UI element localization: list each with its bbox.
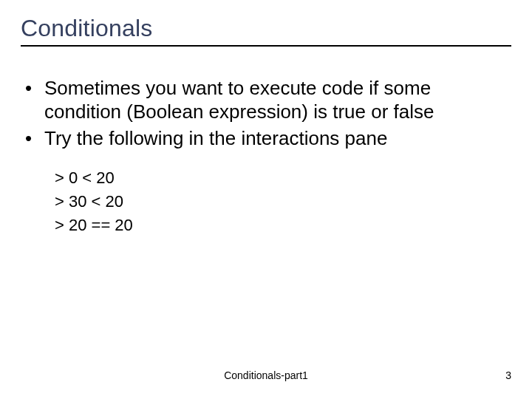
- code-line: > 20 == 20: [55, 214, 511, 237]
- bullet-dot-icon: •: [25, 126, 44, 150]
- footer: Conditionals-part1: [0, 369, 532, 381]
- slide-body: • Sometimes you want to execute code if …: [21, 76, 511, 237]
- page-number: 3: [505, 369, 511, 381]
- bullet-item: • Sometimes you want to execute code if …: [25, 76, 511, 123]
- slide-title: Conditionals: [21, 15, 511, 42]
- code-block: > 0 < 20 > 30 < 20 > 20 == 20: [25, 166, 511, 237]
- slide: Conditionals • Sometimes you want to exe…: [0, 0, 532, 399]
- code-line: > 30 < 20: [55, 190, 511, 214]
- bullet-text: Sometimes you want to execute code if so…: [44, 76, 511, 123]
- code-line: > 0 < 20: [55, 166, 511, 190]
- bullet-text: Try the following in the interactions pa…: [44, 126, 387, 150]
- title-underline: Conditionals: [21, 15, 511, 47]
- footer-text: Conditionals-part1: [224, 369, 308, 381]
- bullet-item: • Try the following in the interactions …: [25, 126, 511, 150]
- bullet-dot-icon: •: [25, 76, 44, 100]
